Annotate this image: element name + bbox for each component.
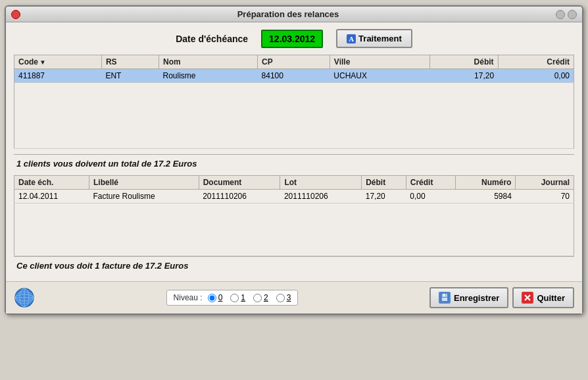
maximize-button[interactable] (568, 10, 577, 19)
col-code[interactable]: Code ▼ (14, 55, 102, 69)
radio-3-label[interactable]: 3 (287, 293, 291, 302)
window-controls (556, 10, 577, 19)
sort-arrow-icon: ▼ (39, 59, 46, 66)
cell-ville: UCHAUX (330, 69, 429, 83)
svg-rect-9 (443, 294, 445, 296)
cell-numero: 5984 (455, 190, 516, 204)
radio-3[interactable] (276, 294, 285, 302)
cell-date-ech: 12.04.2011 (14, 190, 89, 204)
col-cp: CP (258, 55, 330, 69)
summary-bottom: Ce client vous doit 1 facture de 17.2 Eu… (14, 256, 574, 275)
radio-group: 0 1 2 3 (208, 293, 291, 302)
col-credit: Crédit (498, 55, 574, 69)
col-credit2: Crédit (406, 176, 455, 190)
niveau-label: Niveau : (174, 293, 203, 302)
svg-rect-8 (442, 298, 447, 301)
title-bar: Préparation des relances (6, 7, 582, 22)
col-document: Document (199, 176, 280, 190)
globe-icon (14, 287, 35, 308)
radio-item-1[interactable]: 1 (230, 293, 245, 302)
col-ville: Ville (330, 55, 429, 69)
cell-nom: Roulisme (159, 69, 257, 83)
col-journal: Journal (516, 176, 574, 190)
cell-libelle: Facture Roulisme (89, 190, 199, 204)
col-rs: RS (101, 55, 159, 69)
radio-1[interactable] (230, 294, 239, 302)
date-value: 12.03.2012 (261, 30, 323, 48)
close-button[interactable] (11, 10, 20, 19)
cell-debit2: 17,20 (362, 190, 406, 204)
window-title: Préparation des relances (20, 9, 556, 19)
col-libelle: Libellé (89, 176, 199, 190)
traitement-button[interactable]: A Traitement (336, 29, 412, 48)
header-row: Date d'échéance 12.03.2012 A Traitement (14, 29, 574, 48)
main-content: Date d'échéance 12.03.2012 A Traitement … (6, 22, 582, 281)
quitter-label: Quitter (537, 293, 565, 303)
col-numero: Numéro (455, 176, 516, 190)
radio-0[interactable] (208, 294, 216, 302)
table-empty-row (14, 83, 574, 149)
details-table: Date éch. Libellé Document Lot Débit Cré… (14, 175, 574, 256)
action-buttons: Enregistrer Quitter (429, 287, 574, 308)
col-lot: Lot (280, 176, 362, 190)
radio-item-2[interactable]: 2 (253, 293, 268, 302)
minimize-button[interactable] (556, 10, 565, 19)
col-date-ech: Date éch. (14, 176, 89, 190)
cell-rs: ENT (101, 69, 159, 83)
detail-row[interactable]: 12.04.2011 Facture Roulisme 2011110206 2… (14, 190, 574, 204)
radio-2-label[interactable]: 2 (264, 293, 268, 302)
niveau-section: Niveau : 0 1 2 3 (166, 290, 299, 306)
quitter-button[interactable]: Quitter (512, 287, 574, 308)
clients-table: Code ▼ RS Nom CP Ville Débit Crédit 4118… (14, 55, 574, 149)
col-debit2: Débit (362, 176, 406, 190)
enregistrer-label: Enregistrer (454, 293, 499, 303)
cell-lot: 2011110206 (280, 190, 362, 204)
traitement-label: Traitement (358, 34, 402, 43)
summary-top: 1 clients vous doivent un total de 17.2 … (14, 154, 574, 173)
radio-2[interactable] (253, 294, 262, 302)
cell-document: 2011110206 (199, 190, 280, 204)
bottom-bar: Niveau : 0 1 2 3 (6, 281, 582, 313)
quitter-icon (522, 292, 533, 304)
radio-1-label[interactable]: 1 (241, 293, 245, 302)
date-label: Date d'échéance (176, 34, 248, 44)
radio-item-0[interactable]: 0 (208, 293, 223, 302)
cell-code: 411887 (14, 69, 102, 83)
cell-debit: 17,20 (429, 69, 498, 83)
col-debit: Débit (429, 55, 498, 69)
radio-0-label[interactable]: 0 (218, 293, 223, 302)
cell-cp: 84100 (258, 69, 330, 83)
enregistrer-icon (439, 292, 451, 304)
cell-credit2: 0,00 (406, 190, 455, 204)
cell-credit: 0,00 (498, 69, 574, 83)
col-nom: Nom (159, 55, 257, 69)
enregistrer-button[interactable]: Enregistrer (429, 287, 508, 308)
cell-journal: 70 (516, 190, 574, 204)
traitement-a-icon: A (347, 34, 356, 43)
main-window: Préparation des relances Date d'échéance… (5, 5, 583, 315)
detail-empty-row (14, 204, 574, 256)
radio-item-3[interactable]: 3 (276, 293, 291, 302)
table-row[interactable]: 411887 ENT Roulisme 84100 UCHAUX 17,20 0… (14, 69, 574, 83)
